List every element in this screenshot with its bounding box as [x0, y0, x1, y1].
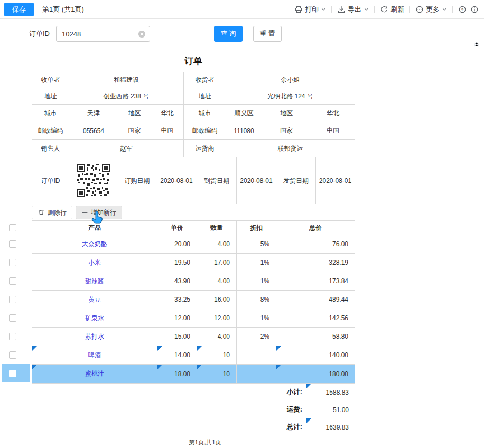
export-button[interactable]: 导出: [337, 5, 369, 14]
product-link[interactable]: 黄豆: [88, 295, 101, 304]
help-button[interactable]: ?: [458, 5, 467, 14]
freight-row: 运费: 51.00: [32, 401, 355, 418]
edited-cell-marker: [32, 365, 37, 369]
shipper-value: 联邦货运: [226, 140, 355, 157]
toolbar-divider: [409, 6, 410, 13]
product-row[interactable]: 啤酒 14.00 10 140.00: [32, 346, 355, 365]
edited-cell-marker: [306, 384, 311, 388]
delete-row-label: 删除行: [48, 208, 67, 217]
search-panel: 订单ID 查询 重置: [0, 19, 484, 49]
zip1-label: 邮政编码: [32, 122, 69, 139]
order-info-table: 收单者 和福建设 收货者 余小姐 地址 创业西路 238 号 地址 光明北路 1…: [32, 72, 355, 204]
row-checkbox[interactable]: [9, 277, 16, 285]
zip2-value: 111080: [226, 122, 262, 139]
city1-value: 天津: [69, 105, 118, 122]
product-link[interactable]: 苏打水: [85, 332, 104, 341]
product-link[interactable]: 啤酒: [88, 351, 101, 360]
toolbar-divider: [374, 6, 375, 13]
product-row[interactable]: 苏打水 15.00 4.00 2% 58.80: [32, 328, 355, 346]
col-header-total: 总价: [276, 221, 355, 235]
product-link[interactable]: 矿泉水: [85, 314, 104, 323]
save-button[interactable]: 保存: [4, 3, 34, 16]
total-cell: 142.56: [276, 309, 355, 327]
product-section: 产品 单价 数量 折扣 总价 大众奶酪 20.00 4.00 5% 76.00 …: [0, 220, 484, 384]
trash-icon: [38, 209, 45, 216]
row-checkbox[interactable]: [9, 259, 16, 266]
more-icon: [415, 5, 424, 14]
printer-icon: [294, 5, 303, 14]
refresh-label: 刷新: [390, 5, 404, 14]
order-id-qr-cell: [69, 157, 118, 204]
row-checkbox[interactable]: [9, 351, 16, 359]
print-button[interactable]: 打印: [294, 5, 326, 14]
info-row: 城市 天津 地区 华北 城市 顺义区 地区 华北: [32, 105, 355, 122]
download-icon: [337, 5, 346, 14]
total-cell: 489.44: [276, 291, 355, 309]
plus-icon: [81, 209, 88, 216]
freight-label: 运费:: [287, 405, 302, 414]
product-link[interactable]: 大众奶酪: [82, 240, 107, 249]
subtotal-label: 小计:: [287, 388, 302, 397]
discount-cell: [237, 365, 276, 383]
order-id-label: 订单ID: [29, 29, 50, 39]
reset-button[interactable]: 重置: [253, 26, 282, 42]
order-id-cell-label: 订单ID: [32, 157, 69, 204]
qty-cell: 12.00: [197, 309, 237, 327]
edited-cell-marker: [32, 346, 37, 351]
query-button[interactable]: 查询: [214, 26, 243, 42]
collapse-panel-icon[interactable]: [472, 39, 481, 48]
discount-cell: 2%: [237, 328, 276, 346]
info-row: 销售人 赵军 运货商 联邦货运: [32, 140, 355, 157]
city2-value: 顺义区: [226, 105, 262, 122]
product-row-selected[interactable]: 蜜桃汁 18.00 10 180.00: [32, 365, 355, 383]
row-checkbox[interactable]: [9, 370, 16, 377]
product-link[interactable]: 蜜桃汁: [85, 369, 104, 378]
price-cell: 19.50: [157, 254, 197, 272]
more-button[interactable]: 更多: [415, 5, 447, 14]
total-cell: 328.19: [276, 254, 355, 272]
discount-cell: 1%: [237, 272, 276, 290]
product-row[interactable]: 矿泉水 12.00 12.00 1% 142.56: [32, 309, 355, 328]
shipper-label: 运货商: [184, 140, 226, 157]
total-cell: 140.00: [329, 351, 348, 359]
chevron-down-icon: [364, 7, 369, 12]
delete-row-button[interactable]: 删除行: [32, 206, 72, 219]
ship-date-value: 2020-08-01: [316, 157, 355, 204]
add-row-button[interactable]: 增加新行: [76, 206, 122, 219]
report-title: 订单: [32, 55, 355, 67]
col-header-discount: 折扣: [237, 221, 276, 235]
price-cell: 12.00: [157, 309, 197, 327]
info-icon: [470, 5, 479, 14]
edited-cell-marker: [157, 365, 162, 369]
row-checkbox[interactable]: [9, 296, 16, 303]
info-button[interactable]: [470, 5, 479, 14]
product-row[interactable]: 小米 19.50 17.00 1% 328.19: [32, 254, 355, 272]
order-id-input[interactable]: [57, 26, 150, 41]
select-all-checkbox[interactable]: [9, 224, 16, 231]
more-label: 更多: [426, 5, 440, 14]
clear-input-icon[interactable]: [138, 30, 146, 38]
product-link[interactable]: 甜辣酱: [85, 277, 104, 286]
info-row: 订单ID: [32, 157, 355, 204]
total-cell: 76.00: [276, 235, 355, 253]
product-link[interactable]: 小米: [88, 258, 101, 267]
discount-cell: 1%: [237, 309, 276, 327]
chevron-down-icon: [321, 7, 326, 12]
info-row: 地址 创业西路 238 号 地址 光明北路 124 号: [32, 88, 355, 105]
edited-cell-marker: [276, 365, 281, 369]
arrival-date-value: 2020-08-01: [237, 157, 276, 204]
refresh-button[interactable]: 刷新: [380, 5, 404, 14]
product-row[interactable]: 甜辣酱 43.90 4.00 1% 173.84: [32, 272, 355, 291]
page-indicator: 第1页 (共1页): [42, 5, 84, 14]
row-checkbox[interactable]: [9, 240, 16, 248]
row-checkbox[interactable]: [9, 333, 16, 340]
total-cell: 180.00: [329, 370, 348, 378]
discount-cell: 8%: [237, 291, 276, 309]
address2-label: 地址: [184, 88, 226, 104]
qty-cell: 4.00: [197, 328, 237, 346]
product-row[interactable]: 大众奶酪 20.00 4.00 5% 76.00: [32, 235, 355, 254]
product-row[interactable]: 黄豆 33.25 16.00 8% 489.44: [32, 291, 355, 309]
question-icon: ?: [458, 5, 467, 14]
price-cell: 43.90: [157, 272, 197, 290]
row-checkbox[interactable]: [9, 314, 16, 322]
